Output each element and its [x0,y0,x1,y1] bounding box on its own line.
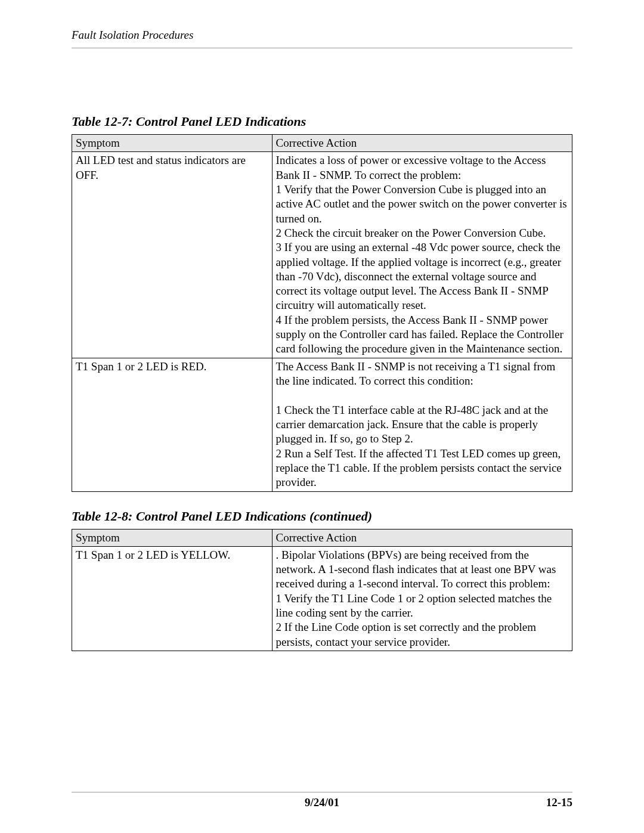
symptom-cell: T1 Span 1 or 2 LED is YELLOW. [72,546,273,651]
table-1: Symptom Corrective Action All LED test a… [72,134,572,492]
page-header: Fault Isolation Procedures [72,29,572,48]
table-2-header-action: Corrective Action [272,529,572,546]
footer-page: 12-15 [407,796,572,809]
footer-left [72,796,237,809]
page-footer: 9/24/01 12-15 [72,792,572,809]
table-row: T1 Span 1 or 2 LED is RED. The Access Ba… [72,358,572,491]
table-2-header-row: Symptom Corrective Action [72,529,572,546]
table-row: All LED test and status indicators are O… [72,152,572,358]
table-row: T1 Span 1 or 2 LED is YELLOW. . Bipolar … [72,546,572,651]
action-cell: . Bipolar Violations (BPVs) are being re… [272,546,572,651]
table-1-header-symptom: Symptom [72,135,273,152]
table-2: Symptom Corrective Action T1 Span 1 or 2… [72,529,572,652]
table-1-header-action: Corrective Action [272,135,572,152]
page-content: Table 12-7: Control Panel LED Indication… [72,48,572,768]
symptom-cell: T1 Span 1 or 2 LED is RED. [72,358,273,491]
action-cell: The Access Bank II - SNMP is not receivi… [272,358,572,491]
table-1-header-row: Symptom Corrective Action [72,135,572,152]
table-caption-2: Table 12-8: Control Panel LED Indication… [72,509,572,524]
table-2-header-symptom: Symptom [72,529,273,546]
table-caption-1: Table 12-7: Control Panel LED Indication… [72,114,572,129]
page: Fault Isolation Procedures Table 12-7: C… [0,0,644,833]
section-title: Fault Isolation Procedures [72,29,193,41]
symptom-cell: All LED test and status indicators are O… [72,152,273,358]
action-cell: Indicates a loss of power or excessive v… [272,152,572,358]
footer-date: 9/24/01 [239,796,404,809]
